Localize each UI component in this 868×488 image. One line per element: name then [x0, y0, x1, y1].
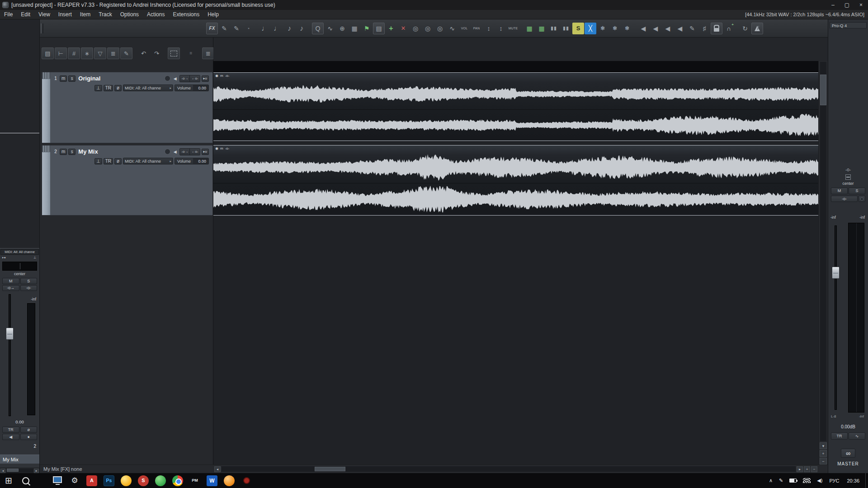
- mixer-volume-readout[interactable]: 0.00: [0, 419, 39, 424]
- mixer-scroll-thumb[interactable]: [7, 469, 19, 472]
- mixer-mute-button[interactable]: M: [2, 278, 19, 284]
- track-number[interactable]: 1: [53, 76, 58, 81]
- track-solo-button[interactable]: s: [68, 75, 75, 82]
- master-route-icon[interactable]: -o-: [828, 167, 868, 172]
- undo-icon[interactable]: ↶: [137, 47, 150, 59]
- project-doc-icon[interactable]: ▤: [42, 47, 54, 59]
- red-s-app-icon[interactable]: S: [135, 473, 152, 488]
- item-mute-icon[interactable]: m: [220, 147, 223, 150]
- yellow-app-icon[interactable]: [118, 473, 135, 488]
- master-record-arm-button[interactable]: [859, 196, 865, 202]
- freeze-2-icon[interactable]: ❄: [609, 23, 621, 34]
- insert-marker-icon[interactable]: +: [385, 23, 397, 34]
- glue-burst-icon[interactable]: ∗: [81, 47, 93, 59]
- hscroll-left-button[interactable]: ◂: [214, 466, 221, 472]
- menu-item[interactable]: View: [34, 10, 54, 19]
- master-fx-slot[interactable]: Pro-Q 4: [830, 22, 867, 28]
- route-receive-button[interactable]: ←o-: [190, 75, 199, 82]
- ripple-edit-off-icon[interactable]: ◀: [637, 23, 649, 34]
- ripple-edit-all-icon[interactable]: ◀: [662, 23, 674, 34]
- zoom-selection-icon[interactable]: Q: [312, 23, 324, 34]
- photoshop-app-icon[interactable]: Ps: [100, 473, 118, 488]
- pen-input-icon[interactable]: ✎: [776, 473, 786, 488]
- marquee-select-icon[interactable]: [168, 47, 180, 59]
- close-button[interactable]: ×: [854, 0, 868, 10]
- mixer-track-name[interactable]: My Mix: [0, 455, 39, 464]
- route-send-button[interactable]: -o→: [180, 75, 190, 82]
- mixer-phase-button[interactable]: ø: [20, 427, 38, 433]
- volume-control[interactable]: Volume 0.00: [175, 158, 209, 164]
- track-solo-button[interactable]: s: [68, 149, 75, 155]
- marker-flag-icon[interactable]: ⚑: [361, 23, 373, 34]
- measure-ruler-icon[interactable]: ⊢: [55, 47, 67, 59]
- media-item-original[interactable]: ◉m-o-: [213, 72, 818, 141]
- lock-icon[interactable]: [711, 23, 722, 34]
- trim-envelope-icon[interactable]: ↕: [483, 23, 495, 34]
- show-desktop-button[interactable]: [865, 473, 868, 488]
- word-app-icon[interactable]: W: [203, 473, 221, 488]
- track-grip-icon[interactable]: [42, 72, 50, 79]
- track-name[interactable]: Original: [78, 75, 100, 82]
- fx-stack-icon[interactable]: ≣: [107, 47, 119, 59]
- ripple-edit-lock-icon[interactable]: ◀: [674, 23, 686, 34]
- tempo-sync-icon[interactable]: ↻: [739, 23, 751, 34]
- search-button[interactable]: [17, 473, 34, 488]
- vertical-zoom-in-button[interactable]: +: [820, 450, 827, 457]
- mixer-automation-button[interactable]: TR: [2, 427, 19, 433]
- small-dot-icon[interactable]: ▪: [243, 23, 255, 34]
- mixer-recarm-icon[interactable]: ▸●: [2, 256, 6, 260]
- menu-item[interactable]: Actions: [143, 10, 169, 19]
- battery-icon[interactable]: [786, 473, 800, 488]
- vscroll-thumb[interactable]: [820, 75, 826, 105]
- hscroll-right-button[interactable]: ▸: [797, 466, 803, 472]
- pc-app-icon[interactable]: [34, 473, 66, 488]
- note-eighth-2-icon[interactable]: ♪: [296, 23, 307, 34]
- input-monitor-button[interactable]: ◀: [172, 76, 178, 81]
- pm-app-icon[interactable]: PM: [186, 473, 203, 488]
- horizontal-zoom-in-button[interactable]: +: [804, 466, 810, 472]
- volume-envelope-icon[interactable]: VOL: [458, 23, 470, 34]
- envelope-point-2-icon[interactable]: ◎: [422, 23, 434, 34]
- midi-input-combo[interactable]: MIDI: All: All channe ▸: [123, 84, 173, 91]
- start-button[interactable]: ⊞: [0, 473, 17, 488]
- hscroll-thumb[interactable]: [315, 467, 345, 471]
- snap-magnet-icon[interactable]: ∩: [723, 23, 735, 34]
- hscroll-track[interactable]: [222, 466, 796, 472]
- note-quarter-2-icon[interactable]: ♩: [271, 23, 283, 34]
- master-phase-button[interactable]: ∿: [849, 432, 865, 440]
- master-label[interactable]: MASTER: [828, 461, 868, 469]
- envelope-point-icon[interactable]: ◎: [410, 23, 421, 34]
- menu-item[interactable]: Edit: [17, 10, 34, 19]
- meter-bars-2-icon[interactable]: ▮▮: [560, 23, 572, 34]
- master-solo-button[interactable]: S: [849, 188, 865, 194]
- item-route-icon[interactable]: -o-: [225, 147, 230, 150]
- redo-icon[interactable]: ↷: [151, 47, 163, 59]
- envelope-pencil-alt-icon[interactable]: ✎: [231, 23, 242, 34]
- mixer-monitor-button[interactable]: ◀: [2, 434, 19, 440]
- vscroll-track[interactable]: [820, 62, 826, 441]
- mixer-fader-thumb[interactable]: [6, 328, 14, 340]
- mixer-input-icon[interactable]: ⊥: [33, 256, 36, 260]
- automation-mode-button[interactable]: TR: [104, 85, 113, 91]
- item-group-icon[interactable]: ◉: [215, 74, 218, 78]
- master-route-button[interactable]: -o-: [831, 196, 858, 202]
- snap-grid-icon[interactable]: ♯: [698, 23, 710, 34]
- pan-envelope-icon[interactable]: PAN: [471, 23, 482, 34]
- network-icon[interactable]: [800, 473, 814, 488]
- mute-envelope-icon[interactable]: MUTE: [507, 23, 519, 34]
- mixer-solo-button[interactable]: S: [20, 278, 38, 284]
- master-mono-button[interactable]: ∞: [841, 449, 855, 458]
- track-manager-icon[interactable]: ≣: [202, 47, 214, 59]
- phase-button[interactable]: ø: [114, 85, 122, 91]
- mixer-recarm-button[interactable]: ●: [20, 434, 38, 440]
- taskbar-clock[interactable]: 20:36: [843, 478, 863, 483]
- recorder-app-icon[interactable]: [238, 473, 255, 488]
- menu-item[interactable]: Insert: [54, 10, 76, 19]
- chrome-app-icon[interactable]: [169, 473, 186, 488]
- volume-tray-icon[interactable]: ◀): [814, 473, 826, 488]
- meter-bars-icon[interactable]: ▮▮: [548, 23, 560, 34]
- toolbar-grip[interactable]: [41, 23, 43, 33]
- vscroll-down-button[interactable]: ▾: [820, 442, 827, 449]
- hidden-icons-button[interactable]: ∧: [766, 473, 776, 488]
- track-color-strip[interactable]: [42, 72, 50, 143]
